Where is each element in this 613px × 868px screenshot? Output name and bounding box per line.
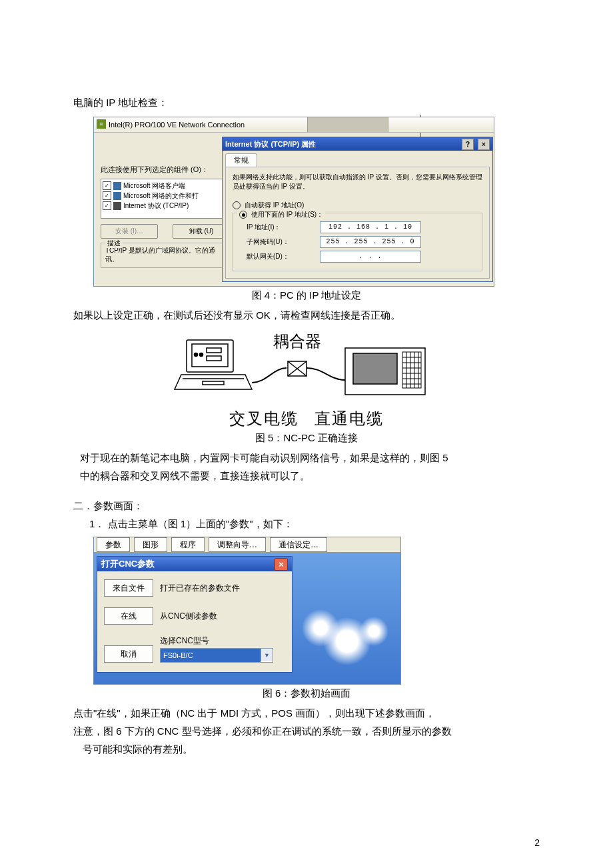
components-list[interactable]: ✓ Microsoft 网络客户端 ✓ Microsoft 网络的文件和打 ✓ … <box>101 179 227 219</box>
ip-address-field[interactable]: 192 . 168 . 1 . 10 <box>320 221 421 233</box>
gateway-field[interactable]: . . . <box>320 251 421 263</box>
checkbox-icon[interactable]: ✓ <box>103 191 111 200</box>
main-menubar: 参数 图形 程序 调整向导… 通信设定… <box>94 537 400 553</box>
tab-general[interactable]: 常规 <box>225 153 257 167</box>
figure-6-caption: 图 6：参数初始画面 <box>73 687 540 700</box>
service-icon <box>113 192 121 200</box>
radio-icon[interactable] <box>239 211 247 219</box>
label-subnet: 子网掩码(U)： <box>239 237 320 247</box>
radio-icon[interactable] <box>233 201 241 209</box>
online-button[interactable]: 在线 <box>104 607 153 625</box>
cnc-model-combo[interactable]: FS0i-B/C ▼ <box>160 648 273 663</box>
component-item[interactable]: ✓ Microsoft 网络的文件和打 <box>103 191 225 201</box>
tcpip-note: 如果网络支持此功能，则可以获取自动指派的 IP 设置。否则，您需要从网络系统管理… <box>233 173 482 191</box>
description-text: TCP/IP 是默认的广域网协议。它的通讯。 <box>105 246 223 263</box>
menu-comm-setting[interactable]: 通信设定… <box>270 537 327 552</box>
chevron-down-icon[interactable]: ▼ <box>261 649 273 661</box>
dialog-title-text: Internet 协议 (TCP/IP) 属性 <box>225 139 316 149</box>
from-file-desc: 打开已存在的参数文件 <box>160 583 240 594</box>
after-fig5-b: 中的耦合器和交叉网线不需要，直接连接就可以了。 <box>73 467 540 485</box>
component-label: Internet 协议 (TCP/IP) <box>123 201 189 211</box>
checkbox-icon[interactable]: ✓ <box>103 181 111 190</box>
svg-rect-7 <box>207 356 221 361</box>
components-label: 此连接使用下列选定的组件 (O)： <box>101 165 227 175</box>
svg-point-4 <box>195 353 198 357</box>
component-item[interactable]: ✓ Microsoft 网络客户端 <box>103 181 225 191</box>
close-button[interactable]: × <box>275 558 288 571</box>
svg-rect-12 <box>353 353 397 384</box>
description-legend: 描述 <box>105 239 123 248</box>
figure-5-coupler-diagram: 耦合器 交叉电缆 直通电缆 <box>173 328 440 429</box>
combo-selected-value: FS0i-B/C <box>161 649 261 662</box>
online-desc: 从CNC侧读参数 <box>160 611 217 622</box>
client-icon <box>113 182 121 190</box>
svg-rect-3 <box>203 381 224 385</box>
tcpip-properties-dialog: Internet 协议 (TCP/IP) 属性 ? × 常规 如果网络支持此功能… <box>222 137 493 282</box>
after-fig6-b: 注意，图 6 下方的 CNC 型号选择，必须和你正在调试的系统一致，否则所显示的… <box>73 722 540 740</box>
menu-program[interactable]: 程序 <box>171 537 205 552</box>
menu-tuning-guide[interactable]: 调整向导… <box>209 537 266 552</box>
cancel-button[interactable]: 取消 <box>104 645 153 663</box>
menu-graph[interactable]: 图形 <box>134 537 167 552</box>
subnet-mask-field[interactable]: 255 . 255 . 255 . 0 <box>320 236 421 248</box>
menu-parameter[interactable]: 参数 <box>97 537 130 552</box>
after-fig6-a: 点击"在线"，如果正确（NC 出于 MDI 方式，POS 画面），则出现下述参数… <box>73 704 540 722</box>
from-file-button[interactable]: 来自文件 <box>104 579 153 597</box>
description-fieldset: 描述 TCP/IP 是默认的广域网协议。它的通讯。 <box>101 243 227 268</box>
coupler-label: 耦合器 <box>273 333 321 350</box>
after-fig5-a: 对于现在的新笔记本电脑，内置网卡可能自动识别网络信号，如果是这样的，则图 5 <box>73 449 540 467</box>
open-cnc-param-dialog: 打开CNC参数 × 来自文件 打开已存在的参数文件 在线 从CNC侧读参数 取消… <box>97 556 293 673</box>
component-label: Microsoft 网络的文件和打 <box>123 191 199 201</box>
radio-auto-ip[interactable]: 自动获得 IP 地址(O) <box>233 201 482 210</box>
close-button[interactable]: × <box>478 139 490 150</box>
figure-4-tcpip-dialog: ≡ Intel(R) PRO/100 VE Network Connection… <box>93 117 494 287</box>
label-straight-cable: 直通电缆 <box>314 410 384 427</box>
titlebar-slider <box>307 117 388 132</box>
after-fig6-c: 号可能和实际的有差别。 <box>73 740 540 758</box>
intro-line: 电脑的 IP 地址检查： <box>73 93 540 111</box>
radio-manual-ip[interactable]: 使用下面的 IP 地址(S)： <box>237 210 325 219</box>
install-button[interactable]: 安装 (I)… <box>101 224 158 239</box>
label-gateway: 默认网关(D)： <box>239 252 320 261</box>
figure-4-caption: 图 4：PC 的 IP 地址设定 <box>73 289 540 302</box>
page-number: 2 <box>534 837 540 848</box>
label-cross-cable: 交叉电缆 <box>229 410 299 427</box>
radio-label: 自动获得 IP 地址(O) <box>245 201 304 210</box>
label-ip: IP 地址(I)： <box>239 223 320 232</box>
after-fig4-text: 如果以上设定正确，在测试后还没有显示 OK，请检查网线连接是否正确。 <box>73 306 540 324</box>
component-label: Microsoft 网络客户端 <box>123 181 185 191</box>
select-cnc-label: 选择CNC型号 <box>160 635 273 647</box>
checkbox-icon[interactable]: ✓ <box>103 201 111 210</box>
section-2-step: 1． 点击主菜单（图 1）上面的"参数"，如下： <box>73 515 540 533</box>
dialog-title-text: 打开CNC参数 <box>101 558 155 570</box>
svg-rect-6 <box>207 348 221 353</box>
sky-decoration <box>294 555 400 681</box>
radio-label: 使用下面的 IP 地址(S)： <box>251 210 323 219</box>
figure-6-cnc-param-dialog: 参数 图形 程序 调整向导… 通信设定… 打开CNC参数 × 来自文件 打开已存… <box>93 537 401 685</box>
network-adapter-title: ≡ Intel(R) PRO/100 VE Network Connection <box>94 117 494 133</box>
svg-point-5 <box>200 353 203 357</box>
adapter-icon: ≡ <box>97 119 106 129</box>
help-button[interactable]: ? <box>462 139 474 150</box>
dialog-titlebar: Internet 协议 (TCP/IP) 属性 ? × <box>223 137 492 151</box>
protocol-icon <box>113 202 121 210</box>
figure-5-caption: 图 5：NC-PC 正确连接 <box>73 432 540 445</box>
adapter-title-text: Intel(R) PRO/100 VE Network Connection <box>109 121 245 129</box>
component-item[interactable]: ✓ Internet 协议 (TCP/IP) <box>103 201 225 211</box>
dialog-titlebar: 打开CNC参数 × <box>97 557 292 571</box>
section-2-title: 二．参数画面： <box>73 497 540 515</box>
